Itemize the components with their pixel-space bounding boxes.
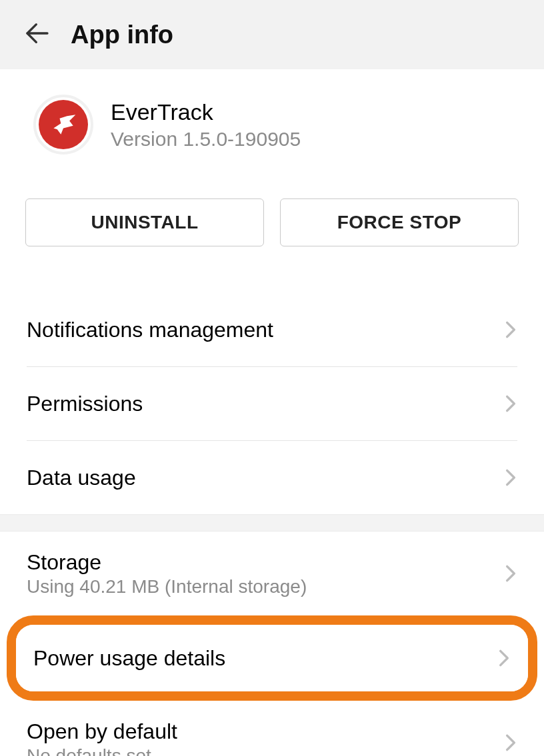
row-open-by-default[interactable]: Open by default No defaults set	[0, 701, 544, 756]
row-sublabel: No defaults set	[27, 745, 177, 757]
row-power-usage-details[interactable]: Power usage details	[16, 625, 528, 691]
row-label: Power usage details	[33, 646, 225, 671]
chevron-right-icon	[504, 562, 517, 585]
chevron-right-icon	[504, 392, 517, 415]
app-version: Version 1.5.0-190905	[111, 128, 301, 151]
arrow-left-icon	[24, 20, 51, 49]
chevron-right-icon	[497, 647, 511, 669]
row-label: Storage	[27, 550, 307, 575]
app-summary: EverTrack Version 1.5.0-190905	[0, 69, 544, 161]
row-storage[interactable]: Storage Using 40.21 MB (Internal storage…	[0, 532, 544, 615]
section-separator	[0, 514, 544, 532]
app-name: EverTrack	[111, 99, 301, 125]
app-info-header: App info	[0, 0, 544, 69]
row-permissions[interactable]: Permissions	[0, 367, 544, 440]
row-label: Data usage	[27, 466, 136, 490]
app-icon	[33, 95, 93, 155]
row-label: Permissions	[27, 392, 143, 416]
force-stop-button[interactable]: FORCE STOP	[280, 198, 519, 246]
row-sublabel: Using 40.21 MB (Internal storage)	[27, 576, 307, 597]
evertrack-bird-icon	[39, 100, 88, 149]
row-label: Notifications management	[27, 318, 273, 342]
chevron-right-icon	[504, 466, 517, 489]
row-data-usage[interactable]: Data usage	[0, 441, 544, 514]
highlight-annotation: Power usage details	[7, 615, 537, 701]
chevron-right-icon	[504, 318, 517, 341]
page-title: App info	[71, 21, 173, 49]
back-button[interactable]	[24, 20, 51, 49]
row-notifications-management[interactable]: Notifications management	[0, 293, 544, 366]
action-button-row: UNINSTALL FORCE STOP	[0, 161, 544, 260]
row-label: Open by default	[27, 719, 177, 744]
uninstall-button[interactable]: UNINSTALL	[25, 198, 264, 246]
chevron-right-icon	[504, 731, 517, 754]
